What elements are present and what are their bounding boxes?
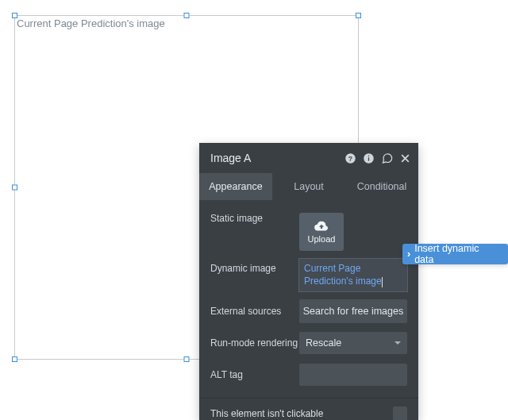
- resize-handle-top-left[interactable]: [12, 13, 17, 18]
- close-icon[interactable]: [400, 153, 410, 164]
- tab-conditional[interactable]: Conditional: [345, 173, 418, 200]
- alt-tag-label: ALT tag: [210, 369, 299, 380]
- clickable-checkbox[interactable]: [393, 407, 407, 420]
- resize-handle-top-center[interactable]: [184, 13, 190, 18]
- tooltip-text: Insert dynamic data: [414, 243, 500, 265]
- run-mode-value: Rescale: [306, 337, 341, 349]
- comment-icon[interactable]: [381, 152, 394, 164]
- resize-handle-bottom-center[interactable]: [184, 356, 190, 362]
- run-mode-rendering-label: Run-mode rendering: [210, 337, 299, 349]
- property-editor-panel: Image A ? Appearance Layout Conditional …: [199, 143, 418, 420]
- run-mode-select[interactable]: Rescale: [299, 332, 407, 354]
- svg-rect-4: [368, 155, 369, 156]
- tab-bar: Appearance Layout Conditional: [199, 173, 418, 200]
- tab-layout[interactable]: Layout: [272, 173, 345, 200]
- external-sources-label: External sources: [210, 306, 299, 317]
- dynamic-image-label: Dynamic image: [210, 259, 299, 274]
- chevron-right-icon: ›: [407, 249, 410, 260]
- clickable-status-text: This element isn't clickable: [210, 408, 323, 419]
- text-caret: [382, 277, 383, 287]
- insert-dynamic-data-tooltip[interactable]: › Insert dynamic data: [402, 244, 508, 264]
- alt-tag-input[interactable]: [299, 364, 407, 386]
- upload-button[interactable]: Upload: [299, 213, 344, 251]
- resize-handle-mid-left[interactable]: [12, 185, 17, 191]
- section-divider: [199, 398, 418, 399]
- info-icon[interactable]: [363, 152, 375, 164]
- help-icon[interactable]: ?: [344, 152, 356, 164]
- upload-label: Upload: [308, 234, 336, 244]
- resize-handle-top-right[interactable]: [356, 13, 361, 18]
- tab-appearance[interactable]: Appearance: [199, 173, 272, 200]
- static-image-label: Static image: [210, 213, 299, 224]
- resize-handle-bottom-left[interactable]: [12, 356, 17, 362]
- search-free-images-button[interactable]: Search for free images: [299, 299, 407, 323]
- panel-title: Image A: [210, 152, 344, 164]
- panel-header[interactable]: Image A ?: [199, 143, 418, 173]
- chevron-down-icon: [394, 341, 401, 345]
- dynamic-image-input[interactable]: Current Page Prediction's image: [299, 259, 407, 291]
- dynamic-expression-value: Current Page Prediction's image: [304, 263, 382, 287]
- svg-text:?: ?: [348, 154, 352, 162]
- image-placeholder-text: Current Page Prediction's image: [17, 17, 165, 29]
- svg-rect-3: [368, 157, 369, 160]
